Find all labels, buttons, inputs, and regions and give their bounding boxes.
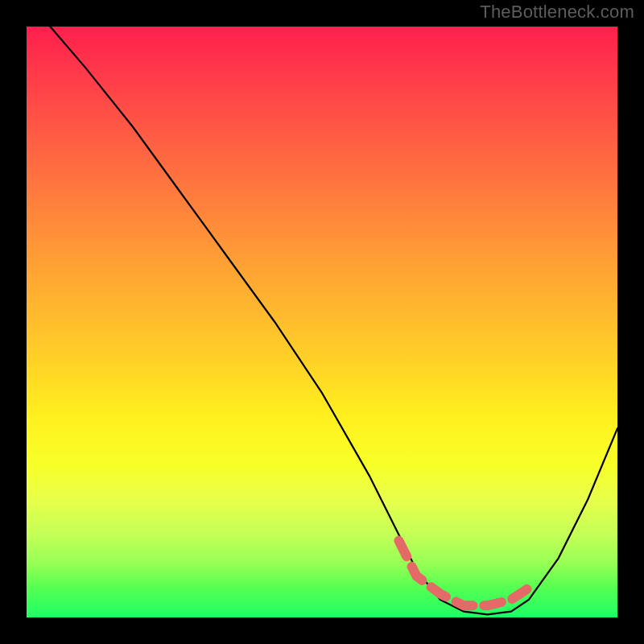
- optimal-band: [398, 541, 528, 606]
- bottleneck-chart: TheBottleneck.com: [0, 0, 644, 644]
- attribution-text: TheBottleneck.com: [480, 2, 634, 23]
- bottleneck-curve: [50, 27, 617, 614]
- plot-area: [27, 27, 617, 617]
- chart-svg: [27, 27, 617, 617]
